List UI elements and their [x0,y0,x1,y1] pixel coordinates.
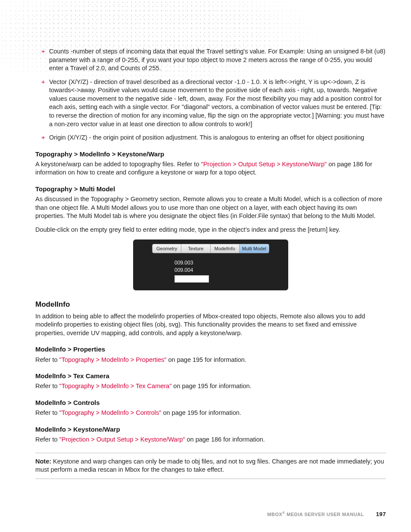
paragraph-mi-properties: Refer to "Topography > ModelInfo > Prope… [35,356,386,364]
paragraph-modelinfo-intro: In addition to being able to affect the … [35,312,386,338]
note-label: Note: [35,458,51,465]
tab-modelinfo[interactable]: ModelInfo [211,244,240,253]
heading-mi-texcam: ModelInfo > Tex Camera [35,372,386,380]
page-content: Counts -number of steps of incoming data… [35,47,386,479]
tab-multimodel[interactable]: Multi Model [240,244,269,253]
link-topo-properties[interactable]: "Topography > ModelInfo > Properties" [59,356,167,363]
heading-topo-multimodel: Topography > Multi Model [35,185,386,193]
object-index-input[interactable] [174,275,209,283]
object-index-list: 009.003 009.004 [174,259,280,282]
link-topo-controls[interactable]: "Topography > ModelInfo > Controls" [59,409,162,416]
bullet-counts: Counts -number of steps of incoming data… [49,47,386,73]
text: on page 195 for information. [167,356,246,363]
text: on page 186 for information. [185,436,265,443]
heading-topo-keystone: Topography > ModelInfo > Keystone/Warp [35,150,386,159]
note-block: Note: Keystone and warp changes can only… [35,453,386,479]
heading-mi-keystone: ModelInfo > Keystone/Warp [35,425,386,434]
text: Refer to [35,436,59,443]
bullet-vector: Vector (X/Y/Z) - direction of travel des… [49,78,386,128]
text: Refer to [35,383,59,389]
footer-title: MBOX® MEDIA SERVER USER MANUAL [267,511,364,517]
figure-multimodel-panel: Geometry Texture ModelInfo Multi Model 0… [133,240,288,290]
heading-mi-properties: ModelInfo > Properties [35,345,386,354]
paragraph-topo-keystone: A keystone/warp can be added to topograp… [35,160,386,177]
link-topo-texcam[interactable]: "Topography > ModelInfo > Tex Camera" [59,383,172,389]
segmented-tabs: Geometry Texture ModelInfo Multi Model [152,244,269,254]
text: Refer to [35,409,59,416]
heading-modelinfo: ModelInfo [35,300,386,310]
page-footer: MBOX® MEDIA SERVER USER MANUAL 197 [267,511,386,517]
footer-brand: MBOX [267,512,282,517]
tab-texture[interactable]: Texture [181,244,210,253]
paragraph-multimodel-1: As discussed in the Topography > Geometr… [35,195,386,221]
paragraph-mi-texcam: Refer to "Topography > ModelInfo > Tex C… [35,382,386,391]
tab-geometry[interactable]: Geometry [153,244,181,253]
bullet-origin: Origin (X/Y/Z) - the origin point of pos… [49,134,386,142]
paragraph-mi-keystone: Refer to "Projection > Output Setup > Ke… [35,436,386,444]
text: on page 195 for information. [171,383,251,389]
text: Refer to [35,356,59,363]
link-projection-keystone[interactable]: "Projection > Output Setup > Keystone/Wa… [201,161,327,168]
text: on page 195 for information. [161,409,241,416]
bullet-list: Counts -number of steps of incoming data… [35,47,386,142]
list-item: 009.004 [174,267,280,274]
note-text: Keystone and warp changes can only be ma… [35,458,384,473]
link-projection-keystone-2[interactable]: "Projection > Output Setup > Keystone/Wa… [59,436,185,443]
page-number: 197 [376,511,386,517]
paragraph-mi-controls: Refer to "Topography > ModelInfo > Contr… [35,409,386,417]
footer-subtitle: MEDIA SERVER USER MANUAL [285,512,364,517]
paragraph-multimodel-2: Double-click on the empty grey field to … [35,226,386,234]
text: A keystone/warp can be added to topograp… [35,161,201,168]
heading-mi-controls: ModelInfo > Controls [35,398,386,407]
list-item: 009.003 [174,259,280,266]
